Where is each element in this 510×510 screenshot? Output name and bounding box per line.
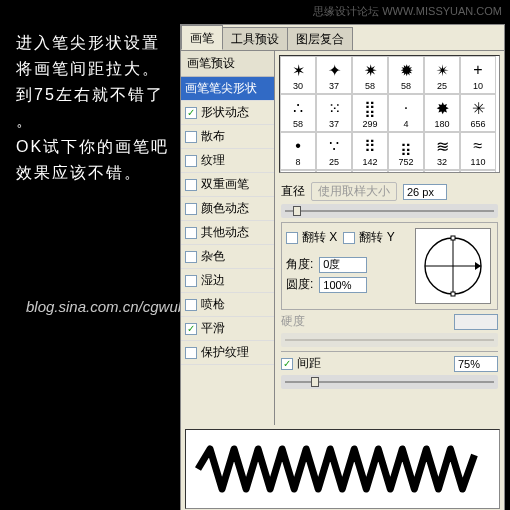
setting-checkbox[interactable] xyxy=(185,299,197,311)
brush-swatch[interactable]: ✴25 xyxy=(424,56,460,94)
swatch-size-label: 58 xyxy=(293,119,303,129)
flip-x-checkbox[interactable] xyxy=(286,232,298,244)
setting-画笔笔尖形状[interactable]: 画笔笔尖形状 xyxy=(181,77,274,101)
setting-checkbox[interactable] xyxy=(185,179,197,191)
setting-label: 形状动态 xyxy=(201,104,249,121)
brush-swatch[interactable]: +10 xyxy=(460,56,496,94)
brush-swatch[interactable]: ≋32 xyxy=(424,132,460,170)
brush-swatch[interactable]: ∵25 xyxy=(316,132,352,170)
brush-swatch[interactable]: ≈110 xyxy=(460,132,496,170)
setting-保护纹理[interactable]: 保护纹理 xyxy=(181,341,274,365)
brush-swatch[interactable]: ∴58 xyxy=(280,94,316,132)
instr-line: 到75左右就不错了 xyxy=(16,82,176,108)
setting-checkbox[interactable] xyxy=(185,203,197,215)
stroke-preview xyxy=(185,429,500,509)
setting-形状动态[interactable]: ✓形状动态 xyxy=(181,101,274,125)
angle-input[interactable] xyxy=(319,257,367,273)
swatch-glyph-icon: • xyxy=(287,135,309,157)
brush-swatch[interactable]: ·4 xyxy=(388,94,424,132)
brush-swatch[interactable]: V26 xyxy=(316,170,352,173)
swatch-size-label: 142 xyxy=(362,157,377,167)
setting-其他动态[interactable]: 其他动态 xyxy=(181,221,274,245)
setting-checkbox[interactable] xyxy=(185,275,197,287)
setting-checkbox[interactable]: ✓ xyxy=(185,323,197,335)
spacing-checkbox[interactable]: ✓ xyxy=(281,358,293,370)
swatch-glyph-icon: + xyxy=(467,59,489,81)
blog-url: blog.sina.com.cn/cgwubin xyxy=(26,298,198,315)
brush-panel: 画笔 工具预设 图层复合 画笔预设 画笔笔尖形状✓形状动态散布纹理双重画笔颜色动… xyxy=(180,24,505,510)
flip-x-label: 翻转 X xyxy=(302,229,337,246)
brush-swatch[interactable]: ✷58 xyxy=(352,56,388,94)
settings-header[interactable]: 画笔预设 xyxy=(181,51,274,77)
tab-layer-comp[interactable]: 图层复合 xyxy=(287,27,353,50)
setting-checkbox[interactable] xyxy=(185,227,197,239)
swatch-size-label: 37 xyxy=(329,119,339,129)
instruction-text: 进入笔尖形状设置 将画笔间距拉大。 到75左右就不错了 。 OK试下你的画笔吧 … xyxy=(16,30,176,186)
brush-swatch[interactable]: ✳656 xyxy=(460,94,496,132)
svg-marker-3 xyxy=(475,262,481,270)
setting-label: 其他动态 xyxy=(201,224,249,241)
setting-平滑[interactable]: ✓平滑 xyxy=(181,317,274,341)
instr-line: 将画笔间距拉大。 xyxy=(16,56,176,82)
swatch-glyph-icon: ✶ xyxy=(287,59,309,81)
angle-label: 角度: xyxy=(286,256,313,273)
spacing-slider[interactable] xyxy=(281,375,498,389)
site-watermark: 思缘设计论坛 WWW.MISSYUAN.COM xyxy=(305,0,510,23)
swatch-glyph-icon: ≋ xyxy=(431,135,453,157)
tab-tool-presets[interactable]: 工具预设 xyxy=(222,27,288,50)
diameter-input[interactable] xyxy=(403,184,447,200)
setting-喷枪[interactable]: 喷枪 xyxy=(181,293,274,317)
diameter-slider[interactable] xyxy=(281,204,498,218)
brush-swatch[interactable]: ▓42 xyxy=(352,170,388,173)
brush-swatch[interactable]: ⣿299 xyxy=(352,94,388,132)
instr-line: 进入笔尖形状设置 xyxy=(16,30,176,56)
svg-rect-4 xyxy=(451,236,455,240)
setting-label: 双重画笔 xyxy=(201,176,249,193)
flip-y-checkbox[interactable] xyxy=(343,232,355,244)
brush-swatch[interactable]: ▒90 xyxy=(388,170,424,173)
swatch-glyph-icon: ∴ xyxy=(287,97,309,119)
setting-颜色动态[interactable]: 颜色动态 xyxy=(181,197,274,221)
setting-纹理[interactable]: 纹理 xyxy=(181,149,274,173)
setting-checkbox[interactable]: ✓ xyxy=(185,107,197,119)
setting-checkbox[interactable] xyxy=(185,347,197,359)
brush-swatch[interactable] xyxy=(460,170,496,173)
brush-swatch[interactable]: ✸180 xyxy=(424,94,460,132)
brush-swatch[interactable]: ⁙37 xyxy=(316,94,352,132)
swatch-glyph-icon: ✴ xyxy=(431,59,453,81)
hardness-input xyxy=(454,314,498,330)
instr-line: 效果应该不错。 xyxy=(16,160,176,186)
sample-size-button[interactable]: 使用取样大小 xyxy=(311,182,397,201)
roundness-input[interactable] xyxy=(319,277,367,293)
instr-line: 。 xyxy=(16,108,176,134)
brush-swatch[interactable]: V21 xyxy=(280,170,316,173)
setting-checkbox[interactable] xyxy=(185,251,197,263)
brush-swatch[interactable]: ●21 xyxy=(424,170,460,173)
panel-tabs: 画笔 工具预设 图层复合 xyxy=(181,25,504,51)
swatch-glyph-icon: · xyxy=(395,97,417,119)
swatch-size-label: 25 xyxy=(329,157,339,167)
swatch-glyph-icon: ✦ xyxy=(323,59,345,81)
setting-checkbox[interactable] xyxy=(185,155,197,167)
brush-swatch-grid[interactable]: ✶30✦37✷58✹58✴25+10∴58⁙37⣿299·4✸180✳656•8… xyxy=(279,55,500,173)
setting-checkbox[interactable] xyxy=(185,131,197,143)
settings-list: 画笔预设 画笔笔尖形状✓形状动态散布纹理双重画笔颜色动态其他动态杂色湿边喷枪✓平… xyxy=(181,51,275,425)
brush-swatch[interactable]: ✦37 xyxy=(316,56,352,94)
swatch-size-label: 299 xyxy=(362,119,377,129)
setting-杂色[interactable]: 杂色 xyxy=(181,245,274,269)
spacing-input[interactable] xyxy=(454,356,498,372)
brush-swatch[interactable]: ⠿142 xyxy=(352,132,388,170)
setting-散布[interactable]: 散布 xyxy=(181,125,274,149)
swatch-glyph-icon: ≈ xyxy=(467,135,489,157)
angle-dial[interactable] xyxy=(415,228,491,304)
setting-湿边[interactable]: 湿边 xyxy=(181,269,274,293)
tab-brush[interactable]: 画笔 xyxy=(181,25,223,50)
brush-swatch[interactable]: ⣶752 xyxy=(388,132,424,170)
brush-swatch[interactable]: •8 xyxy=(280,132,316,170)
brush-swatch[interactable]: ✹58 xyxy=(388,56,424,94)
setting-双重画笔[interactable]: 双重画笔 xyxy=(181,173,274,197)
swatch-glyph-icon: ✳ xyxy=(467,97,489,119)
setting-label: 湿边 xyxy=(201,272,225,289)
brush-swatch[interactable]: ✶30 xyxy=(280,56,316,94)
swatch-size-label: 656 xyxy=(470,119,485,129)
